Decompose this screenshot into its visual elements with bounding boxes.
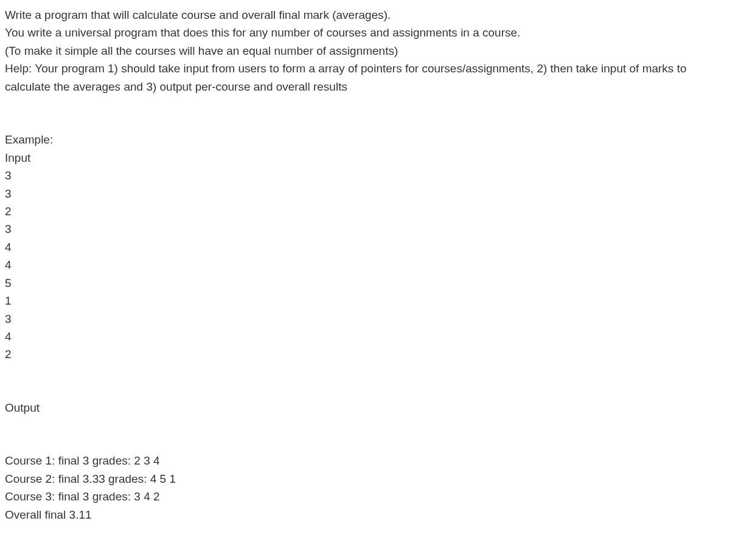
intro-line-4: Help: Your program 1) should take input … xyxy=(5,60,725,95)
input-value: 2 xyxy=(5,345,725,363)
input-value: 3 xyxy=(5,167,725,184)
intro-line-3: (To make it simple all the courses will … xyxy=(5,42,725,60)
output-line: Overall final 3.11 xyxy=(5,506,725,524)
problem-statement: Write a program that will calculate cour… xyxy=(5,6,725,524)
input-value: 5 xyxy=(5,274,725,292)
input-value: 2 xyxy=(5,202,725,220)
intro-line-1: Write a program that will calculate cour… xyxy=(5,6,725,24)
input-value: 4 xyxy=(5,238,725,256)
input-value: 4 xyxy=(5,256,725,274)
intro-line-2: You write a universal program that does … xyxy=(5,24,725,41)
input-value: 3 xyxy=(5,185,725,202)
output-line: Course 1: final 3 grades: 2 3 4 xyxy=(5,452,725,469)
input-value: 1 xyxy=(5,292,725,309)
input-label: Input xyxy=(5,149,725,167)
output-label: Output xyxy=(5,399,725,417)
output-line: Course 2: final 3.33 grades: 4 5 1 xyxy=(5,470,725,488)
input-value: 3 xyxy=(5,310,725,328)
input-value: 4 xyxy=(5,328,725,345)
example-heading: Example: xyxy=(5,131,725,148)
example-section: Example: Input 3 3 2 3 4 4 5 1 3 4 2 Out… xyxy=(5,131,725,524)
input-value: 3 xyxy=(5,220,725,238)
output-line: Course 3: final 3 grades: 3 4 2 xyxy=(5,488,725,505)
